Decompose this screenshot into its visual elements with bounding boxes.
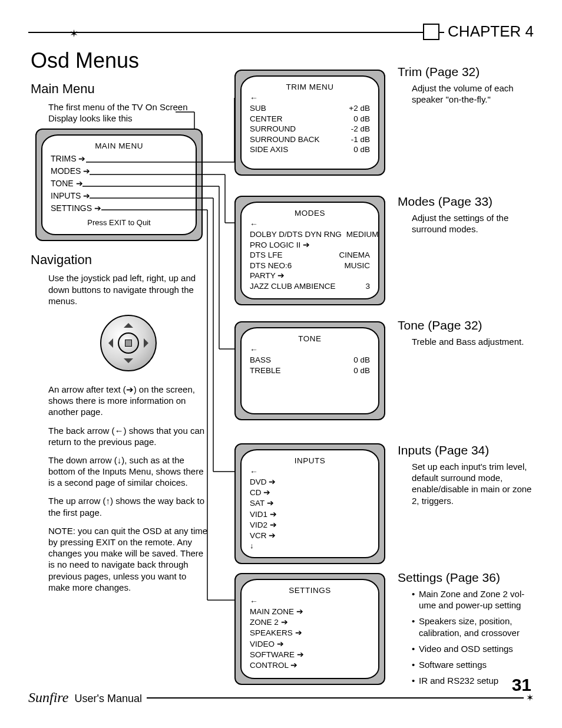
osd-row: PRO LOGIC II ➔ bbox=[250, 240, 370, 251]
back-arrow-icon: ← bbox=[250, 345, 370, 354]
tv-modes-title: MODES bbox=[250, 209, 370, 218]
back-arrow-icon: ← bbox=[250, 220, 370, 228]
footer-brand: Sunfire User's Manual bbox=[28, 690, 147, 706]
section-modes-heading: Modes (Page 33) bbox=[398, 195, 534, 209]
down-arrow-icon: ↓ bbox=[250, 541, 370, 550]
osd-item: VIDEO ➔ bbox=[250, 639, 370, 650]
section-trim-heading: Trim (Page 32) bbox=[398, 65, 534, 79]
nav-p3: The back arrow (←) shows that you can re… bbox=[31, 425, 209, 447]
back-arrow-icon: ← bbox=[250, 94, 370, 102]
osd-item: CD ➔ bbox=[250, 487, 370, 498]
tv-main-title: MAIN MENU bbox=[51, 141, 187, 150]
tv-tone-title: TONE bbox=[250, 334, 370, 343]
main-menu-item: SETTINGS ➔ bbox=[51, 202, 187, 215]
osd-row: SUB+2 dB bbox=[250, 103, 370, 114]
osd-row: JAZZ CLUB AMBIENCE3 bbox=[250, 281, 370, 292]
section-tone-heading: Tone (Page 32) bbox=[398, 318, 534, 332]
tv-settings-title: SETTINGS bbox=[250, 586, 370, 595]
tv-trim: TRIM MENU ← SUB+2 dBCENTER0 dBSURROUND-2… bbox=[234, 70, 385, 176]
section-tone-body: Treble and Bass adjust­ment. bbox=[398, 336, 534, 347]
osd-item: DVD ➔ bbox=[250, 477, 370, 487]
dpad-down-icon bbox=[124, 358, 133, 368]
osd-row: DOLBY D/DTS DYN RNGMEDIUM bbox=[250, 229, 370, 240]
osd-row: SURROUND-2 dB bbox=[250, 124, 370, 134]
tv-tone: TONE ← BASS0 dBTREBLE0 dB bbox=[234, 321, 385, 420]
tv-settings: SETTINGS ← MAIN ZONE ➔ZONE 2 ➔SPEAKERS ➔… bbox=[234, 573, 385, 685]
tv-main-menu: MAIN MENU TRIMS ➔MODES ➔TONE ➔INPUTS ➔SE… bbox=[35, 129, 203, 241]
dpad-up-icon bbox=[124, 318, 133, 328]
osd-item: VID1 ➔ bbox=[250, 509, 370, 520]
dpad-left-icon bbox=[104, 338, 113, 348]
footer-label: User's Manual bbox=[74, 693, 141, 704]
osd-item: ZONE 2 ➔ bbox=[250, 617, 370, 628]
tv-inputs: INPUTS ← DVD ➔CD ➔SAT ➔VID1 ➔VID2 ➔VCR ➔… bbox=[234, 443, 385, 564]
osd-item: VID2 ➔ bbox=[250, 520, 370, 531]
osd-item: CONTROL ➔ bbox=[250, 660, 370, 671]
dpad-illustration bbox=[31, 315, 209, 373]
brand-logo: Sunfire bbox=[28, 690, 68, 705]
nav-p4: The down arrow (↓), such as at the botto… bbox=[31, 454, 209, 489]
tv-modes: MODES ← DOLBY D/DTS DYN RNGMEDIUMPRO LOG… bbox=[234, 196, 385, 305]
page-title: Osd Menus bbox=[31, 48, 139, 73]
tv-main-footer: Press EXIT to Quit bbox=[51, 218, 187, 227]
section-trim-body: Adjust the volume of each speaker "on-th… bbox=[398, 83, 534, 105]
settings-bullet: Speakers size, position, calibration, an… bbox=[412, 615, 534, 638]
tv-inputs-title: INPUTS bbox=[250, 456, 370, 465]
osd-row: SURROUND BACK-1 dB bbox=[250, 134, 370, 145]
main-menu-item: TONE ➔ bbox=[51, 177, 187, 190]
osd-item: MAIN ZONE ➔ bbox=[250, 607, 370, 617]
osd-item: SAT ➔ bbox=[250, 498, 370, 509]
section-settings-heading: Settings (Page 36) bbox=[398, 571, 534, 585]
osd-row: SIDE AXIS0 dB bbox=[250, 144, 370, 155]
section-modes-body: Adjust the settings of the surround mode… bbox=[398, 212, 534, 235]
footer-star-right: ✶ bbox=[524, 692, 534, 703]
osd-item: SOFTWARE ➔ bbox=[250, 650, 370, 660]
nav-p1: Use the joystick pad left, right, up and… bbox=[31, 272, 209, 307]
header-ornament-icon bbox=[423, 24, 439, 40]
main-menu-heading: Main Menu bbox=[31, 81, 209, 97]
settings-bullet: Main Zone and Zone 2 vol­ume and power-u… bbox=[412, 588, 534, 611]
section-inputs-body: Set up each input's trim lev­el, default… bbox=[398, 461, 534, 506]
osd-row: BASS0 dB bbox=[250, 355, 370, 365]
back-arrow-icon: ← bbox=[250, 467, 370, 476]
osd-row: CENTER0 dB bbox=[250, 114, 370, 124]
section-settings-list: Main Zone and Zone 2 vol­ume and power-u… bbox=[398, 588, 534, 686]
main-menu-item: MODES ➔ bbox=[51, 165, 187, 177]
navigation-heading: Navigation bbox=[31, 252, 209, 268]
main-menu-item: INPUTS ➔ bbox=[51, 190, 187, 202]
section-inputs-heading: Inputs (Page 34) bbox=[398, 443, 534, 457]
osd-row: PARTY ➔ bbox=[250, 271, 370, 281]
osd-item: VCR ➔ bbox=[250, 531, 370, 541]
osd-item: SPEAKERS ➔ bbox=[250, 628, 370, 638]
nav-p6: NOTE: you can quit the OSD at any time b… bbox=[31, 525, 209, 593]
main-menu-item: TRIMS ➔ bbox=[51, 153, 187, 165]
dpad-right-icon bbox=[144, 338, 153, 348]
header-star-left: ✶ bbox=[70, 27, 78, 40]
settings-bullet: Software settings bbox=[412, 659, 534, 670]
settings-bullet: Video and OSD settings bbox=[412, 643, 534, 654]
osd-row: TREBLE0 dB bbox=[250, 365, 370, 376]
nav-p2: An arrow after text (➔) on the screen, s… bbox=[31, 384, 209, 418]
osd-row: DTS LFECINEMA bbox=[250, 250, 370, 261]
tv-trim-title: TRIM MENU bbox=[250, 83, 370, 91]
nav-p5: The up arrow (↑) shows the way back to t… bbox=[31, 495, 209, 518]
back-arrow-icon: ← bbox=[250, 597, 370, 605]
main-menu-intro: The first menu of the TV On Screen Displ… bbox=[31, 101, 209, 124]
chapter-label: CHAPTER 4 bbox=[444, 22, 534, 41]
osd-row: DTS NEO:6MUSIC bbox=[250, 261, 370, 271]
